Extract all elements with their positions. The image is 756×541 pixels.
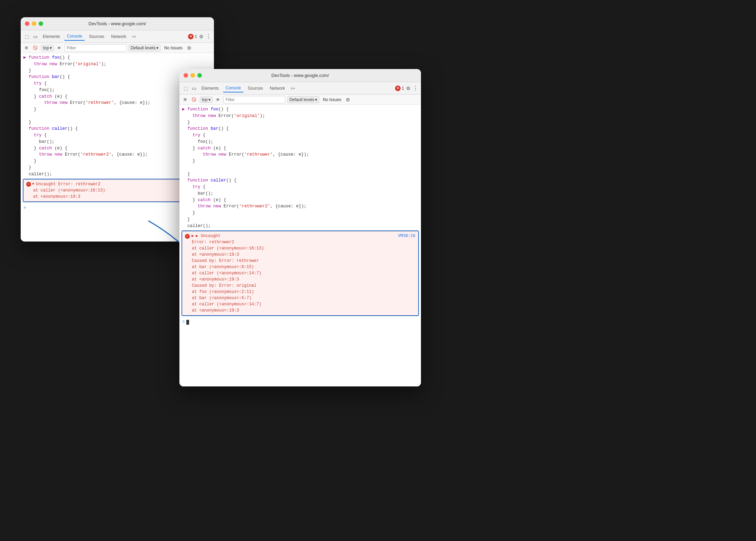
more-tabs-front[interactable]: >> xyxy=(289,86,296,91)
level-dropdown-icon: ▾ xyxy=(156,46,158,50)
error-icon-sm-front: ✕ xyxy=(185,234,190,239)
sidebar-toggle-back[interactable]: ⊞ xyxy=(23,45,29,51)
console-toolbar-back: ⊞ 🚫 top ▾ 👁 Default levels ▾ No Issues ⚙ xyxy=(21,43,214,53)
console-settings-icon-back[interactable]: ⚙ xyxy=(186,45,192,51)
prompt-symbol-back: > xyxy=(23,205,26,212)
front-code-4: function bar() { xyxy=(179,126,421,132)
front-code-12: function caller() { xyxy=(179,177,421,184)
level-value-back: Default levels xyxy=(131,46,156,50)
clear-console-back[interactable]: 🚫 xyxy=(31,45,39,51)
front-code-18: } xyxy=(179,216,421,223)
filter-input-back[interactable] xyxy=(65,44,127,52)
traffic-lights-back xyxy=(25,21,43,26)
exp-line7: at <anonymous>:19:3 xyxy=(185,276,415,283)
exp-line8: Caused by: Error: original xyxy=(185,283,415,289)
exp-line10: at bar (<anonymous>:6:7) xyxy=(185,295,415,301)
devtools-window-front: DevTools - www.google.com/ ⬚ ▭ Elements … xyxy=(179,69,421,386)
context-selector-front[interactable]: top ▾ xyxy=(200,97,213,103)
clear-console-front[interactable]: 🚫 xyxy=(190,97,198,102)
error-icon-sm-back: ✕ xyxy=(26,182,31,187)
cursor-front xyxy=(186,320,189,325)
prompt-front: > xyxy=(179,317,421,327)
more-options-icon-front[interactable]: ⋮ xyxy=(413,85,418,91)
tab-elements-back[interactable]: Elements xyxy=(40,33,63,40)
error-count-front: 1 xyxy=(402,86,404,91)
no-issues-back: No Issues xyxy=(163,45,184,51)
front-code-13: try { xyxy=(179,184,421,190)
tab-console-front[interactable]: Console xyxy=(223,84,244,92)
front-code-2: throw new Error('original'); xyxy=(179,113,421,119)
minimize-button-front[interactable] xyxy=(190,73,195,78)
device-icon[interactable]: ▭ xyxy=(32,33,39,40)
expanded-error-front: ✕ ▶ ▶ Uncaught VM30:16 Error: rethrower2… xyxy=(182,231,418,315)
expand-error-back[interactable]: ▶ xyxy=(32,181,35,186)
front-code-7: } catch (e) { xyxy=(179,145,421,152)
exp-line2: at caller (<anonymous>:16:13) xyxy=(185,245,415,252)
tab-elements-front[interactable]: Elements xyxy=(199,85,222,92)
console-toolbar-front: ⊞ 🚫 top ▾ 👁 Default levels ▾ No Issues ⚙ xyxy=(179,95,421,105)
level-dropdown-icon-front: ▾ xyxy=(315,97,317,102)
sidebar-toggle-front[interactable]: ⊞ xyxy=(182,97,188,102)
level-value-front: Default levels xyxy=(289,97,314,102)
uncaught-label: ▶ Uncaught xyxy=(196,233,220,239)
tab-sources-front[interactable]: Sources xyxy=(245,85,266,92)
close-button-front[interactable] xyxy=(184,73,188,78)
context-dropdown-icon: ▾ xyxy=(50,46,52,50)
expanded-error-header-row: ✕ ▶ ▶ Uncaught xyxy=(185,233,220,239)
error-badge-front: ✕ 1 xyxy=(395,86,404,91)
error-icon-back: ✕ xyxy=(188,34,194,39)
vm-link[interactable]: VM30:16 xyxy=(398,233,415,239)
device-icon-front[interactable]: ▭ xyxy=(190,85,197,92)
error-badge-back: ✕ 1 xyxy=(188,34,197,39)
tab-network-back[interactable]: Network xyxy=(108,33,129,40)
maximize-button-front[interactable] xyxy=(197,73,202,78)
front-code-17: } xyxy=(179,210,421,216)
window-title-back: DevTools - www.google.com/ xyxy=(89,21,146,26)
tab-console-back[interactable]: Console xyxy=(64,32,85,41)
level-selector-back[interactable]: Default levels ▾ xyxy=(129,45,160,51)
maximize-button[interactable] xyxy=(39,21,43,26)
front-code-14: bar(); xyxy=(179,190,421,197)
prompt-symbol-front: > xyxy=(182,319,185,325)
settings-icon-back[interactable]: ⚙ xyxy=(198,33,204,40)
error-box-front: ✕ ▶ ▶ Uncaught VM30:16 Error: rethrower2… xyxy=(181,230,419,316)
close-button[interactable] xyxy=(25,21,29,26)
eye-icon-front[interactable]: 👁 xyxy=(215,97,221,102)
eye-icon-back[interactable]: 👁 xyxy=(56,45,62,51)
tab-network-front[interactable]: Network xyxy=(267,85,288,92)
more-options-icon-back[interactable]: ⋮ xyxy=(206,33,211,40)
tab-sources-back[interactable]: Sources xyxy=(86,33,107,40)
front-code-6: foo(); xyxy=(179,139,421,145)
exp-line1: Error: rethrower2 xyxy=(185,239,415,245)
front-code-1: ▶ function foo() { xyxy=(179,106,421,113)
error-message-back: Uncaught Error: rethrower2 xyxy=(36,181,100,187)
exp-line4: Caused by: Error: rethrower xyxy=(185,258,415,264)
settings-icon-front[interactable]: ⚙ xyxy=(405,85,411,92)
context-value-front: top xyxy=(202,97,208,102)
title-bar-front: DevTools - www.google.com/ xyxy=(179,69,421,82)
front-code-11: } xyxy=(179,171,421,178)
context-selector-back[interactable]: top ▾ xyxy=(41,45,54,51)
code-line-2: throw new Error('original'); xyxy=(21,61,214,68)
inspect-icon-front[interactable]: ⬚ xyxy=(182,85,189,92)
filter-input-front[interactable] xyxy=(223,96,285,104)
traffic-lights-front xyxy=(184,73,202,78)
inspect-icon[interactable]: ⬚ xyxy=(23,33,30,40)
console-content-front: ▶ function foo() { throw new Error('orig… xyxy=(179,105,421,386)
expand-error-front[interactable]: ▶ xyxy=(192,233,194,239)
exp-line6: at caller (<anonymous>:14:7) xyxy=(185,270,415,276)
error-icon-front: ✕ xyxy=(395,86,401,91)
code-line-1: ▶ function foo() { xyxy=(21,55,214,61)
console-settings-icon-front[interactable]: ⚙ xyxy=(345,96,351,103)
title-bar-back: DevTools - www.google.com/ xyxy=(21,17,214,30)
front-code-8: throw new Error('rethrower', {cause: e})… xyxy=(179,151,421,158)
no-issues-front: No Issues xyxy=(321,97,343,103)
expanded-error-top: ✕ ▶ ▶ Uncaught VM30:16 xyxy=(185,233,415,239)
exp-line11: at caller (<anonymous>:14:7) xyxy=(185,301,415,307)
exp-line5: at bar (<anonymous>:8:15) xyxy=(185,264,415,270)
level-selector-front[interactable]: Default levels ▾ xyxy=(287,96,319,103)
more-tabs-back[interactable]: >> xyxy=(130,34,138,39)
front-code-16: throw new Error('rethrower2', {cause: e}… xyxy=(179,203,421,210)
front-code-3: } xyxy=(179,119,421,126)
minimize-button[interactable] xyxy=(32,21,36,26)
